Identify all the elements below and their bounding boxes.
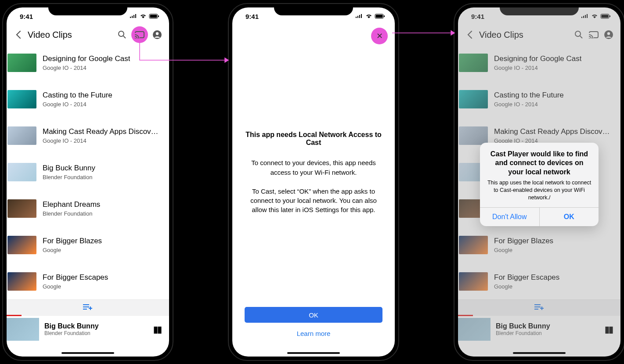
home-indicator [287, 352, 340, 354]
svg-marker-16 [451, 31, 454, 35]
ok-button[interactable]: OK [539, 208, 599, 226]
screen-3: 9:41 Video Clips Designing for Go [458, 7, 620, 357]
home-indicator [61, 352, 114, 354]
svg-marker-15 [225, 58, 228, 62]
home-indicator [513, 352, 566, 354]
notch [48, 4, 127, 15]
dont-allow-button[interactable]: Don't Allow [480, 208, 539, 226]
ios-permission-alert: Cast Player would like to find and conne… [480, 143, 599, 226]
alert-title: Cast Player would like to find and conne… [487, 150, 592, 177]
notch [274, 4, 353, 15]
alert-body: This app uses the local network to conne… [487, 179, 592, 201]
phone-3: 9:41 Video Clips Designing for Go [454, 3, 624, 361]
